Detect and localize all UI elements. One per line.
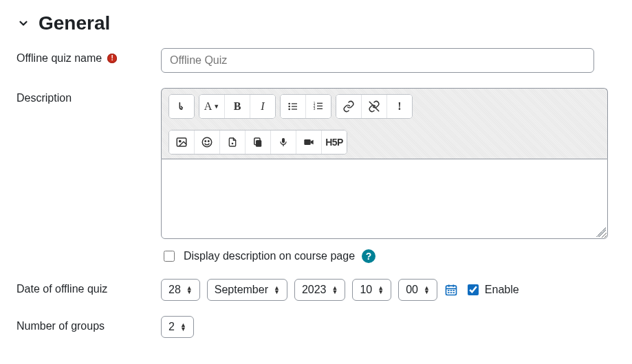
groups-select[interactable]: 2 xyxy=(161,316,194,338)
date-day-value: 28 xyxy=(168,284,181,296)
display-description-checkbox[interactable] xyxy=(164,251,175,262)
svg-rect-21 xyxy=(282,138,285,143)
date-month-select[interactable]: September xyxy=(207,279,287,301)
offline-quiz-name-input[interactable] xyxy=(161,48,594,73)
section-header[interactable]: General xyxy=(17,12,615,34)
microphone-button[interactable] xyxy=(271,130,296,154)
svg-rect-29 xyxy=(448,290,450,291)
required-icon xyxy=(107,54,117,63)
field-row-date: Date of offline quiz 28 September 2023 1… xyxy=(17,279,615,301)
warning-button[interactable]: ! xyxy=(387,95,412,118)
svg-rect-11 xyxy=(317,109,323,109)
svg-rect-5 xyxy=(292,109,297,109)
field-row-description: Description A▼ B I xyxy=(17,88,615,264)
svg-marker-24 xyxy=(311,140,314,145)
svg-point-14 xyxy=(179,140,181,141)
rich-text-editor: A▼ B I 123 xyxy=(161,88,608,239)
svg-point-15 xyxy=(202,137,212,147)
svg-rect-23 xyxy=(304,139,310,145)
svg-point-2 xyxy=(288,106,290,108)
svg-rect-7 xyxy=(317,103,323,104)
h5p-button[interactable]: H5P xyxy=(322,130,347,154)
svg-rect-30 xyxy=(450,290,453,291)
date-enable-label: Enable xyxy=(485,284,519,296)
calendar-icon[interactable] xyxy=(444,283,458,297)
date-enable-checkbox[interactable] xyxy=(468,284,479,295)
svg-rect-19 xyxy=(256,140,261,147)
svg-point-18 xyxy=(232,143,234,145)
date-year-value: 2023 xyxy=(302,284,327,296)
date-year-select[interactable]: 2023 xyxy=(294,279,346,301)
date-month-value: September xyxy=(215,284,268,296)
date-label: Date of offline quiz xyxy=(17,283,107,295)
bold-button[interactable]: B xyxy=(225,95,250,118)
name-label: Offline quiz name xyxy=(17,52,102,65)
field-row-name: Offline quiz name xyxy=(17,48,615,73)
paragraph-style-button[interactable]: A▼ xyxy=(199,95,225,118)
date-minute-select[interactable]: 00 xyxy=(398,279,437,301)
emoji-button[interactable] xyxy=(195,130,220,154)
date-day-select[interactable]: 28 xyxy=(161,279,200,301)
description-label: Description xyxy=(17,92,72,104)
help-icon[interactable] xyxy=(362,249,375,263)
unlink-button[interactable] xyxy=(362,95,387,118)
display-description-label: Display description on course page xyxy=(184,250,355,262)
section-title: General xyxy=(39,12,110,34)
groups-label: Number of groups xyxy=(17,320,105,332)
svg-rect-9 xyxy=(317,106,323,106)
chevron-down-icon[interactable] xyxy=(17,16,30,30)
svg-point-16 xyxy=(205,141,206,142)
date-hour-select[interactable]: 10 xyxy=(352,279,391,301)
description-textarea[interactable] xyxy=(161,159,608,239)
video-button[interactable] xyxy=(296,130,322,154)
svg-point-17 xyxy=(208,141,210,142)
expand-toolbar-icon[interactable] xyxy=(169,95,194,118)
svg-point-4 xyxy=(288,109,290,111)
link-button[interactable] xyxy=(336,95,362,118)
groups-value: 2 xyxy=(168,321,175,333)
svg-rect-34 xyxy=(453,292,455,293)
svg-rect-1 xyxy=(292,103,297,104)
svg-rect-33 xyxy=(450,292,453,293)
svg-rect-32 xyxy=(448,292,450,293)
image-button[interactable] xyxy=(169,130,195,154)
date-hour-value: 10 xyxy=(360,284,372,296)
svg-rect-31 xyxy=(453,290,455,291)
file-button[interactable] xyxy=(220,130,246,154)
svg-text:3: 3 xyxy=(314,107,316,111)
field-row-groups: Number of groups 2 xyxy=(17,316,615,338)
date-minute-value: 00 xyxy=(406,284,418,296)
editor-toolbar: A▼ B I 123 xyxy=(161,88,608,159)
bulleted-list-button[interactable] xyxy=(281,95,306,118)
svg-point-0 xyxy=(288,103,290,105)
copy-button[interactable] xyxy=(246,130,271,154)
italic-button[interactable]: I xyxy=(250,95,275,118)
numbered-list-button[interactable]: 123 xyxy=(306,95,331,118)
svg-rect-3 xyxy=(292,106,297,106)
